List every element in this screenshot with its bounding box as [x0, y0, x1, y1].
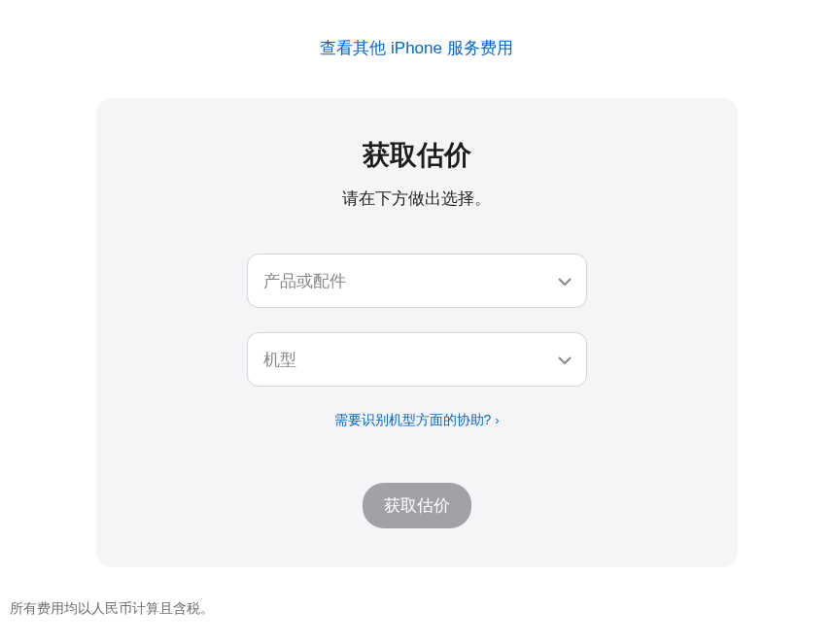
identify-model-help-link[interactable]: 需要识别机型方面的协助? ›	[334, 412, 500, 429]
estimate-card: 获取估价 请在下方做出选择。 产品或配件 机型 需要识别机型方面的协助? › 获…	[96, 98, 738, 567]
product-select-placeholder: 产品或配件	[263, 270, 346, 292]
get-estimate-button[interactable]: 获取估价	[363, 483, 471, 528]
model-select-wrapper: 机型	[247, 332, 587, 387]
footer: 所有费用均以人民币计算且含税。 截至 2023 年 2 月底, 保外电池服务的费…	[0, 587, 833, 644]
card-title: 获取估价	[116, 137, 718, 174]
view-other-services-link[interactable]: 查看其他 iPhone 服务费用	[320, 39, 512, 57]
help-link-label: 需要识别机型方面的协助?	[334, 412, 492, 429]
footer-tax-note: 所有费用均以人民币计算且含税。	[10, 596, 823, 621]
top-link-container: 查看其他 iPhone 服务费用	[0, 0, 833, 79]
chevron-right-icon: ›	[495, 414, 499, 427]
model-select-placeholder: 机型	[263, 349, 296, 371]
footer-price-notice: 截至 2023 年 2 月底, 保外电池服务的费用都将按照当前的价格收取。从 2…	[10, 638, 823, 644]
model-select[interactable]: 机型	[247, 332, 587, 387]
card-subtitle: 请在下方做出选择。	[116, 187, 718, 210]
product-select[interactable]: 产品或配件	[247, 254, 587, 308]
product-select-wrapper: 产品或配件	[247, 254, 587, 308]
